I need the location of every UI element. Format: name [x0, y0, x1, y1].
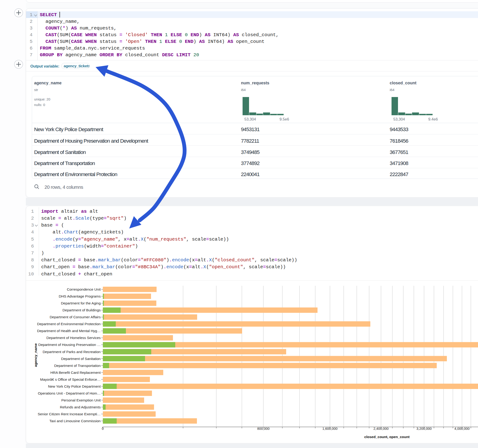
svg-text:Department of Health and Menta: Department of Health and Mental Hyg…: [37, 329, 101, 333]
svg-text:Senior Citizen Rent Increase E: Senior Citizen Rent Increase Exempti…: [38, 412, 101, 416]
svg-text:Mayorâ€ s Office of Special En: Mayorâ€ s Office of Special Enforce…: [40, 378, 101, 381]
svg-text:0: 0: [102, 427, 104, 430]
svg-text:800,000: 800,000: [257, 427, 270, 430]
svg-text:DHS Advantage Programs: DHS Advantage Programs: [59, 294, 101, 298]
svg-text:Department of Consumer Affairs: Department of Consumer Affairs: [50, 315, 101, 319]
svg-text:Department of Housing Preserva: Department of Housing Preservation …: [38, 343, 101, 347]
svg-text:HRA Benefit Card Replacement: HRA Benefit Card Replacement: [50, 371, 101, 374]
svg-text:agency_name: agency_name: [34, 343, 38, 367]
svg-text:Operations Unit - Department o: Operations Unit - Department of Hom…: [38, 391, 101, 395]
svg-text:Department of Sanitation: Department of Sanitation: [61, 357, 101, 361]
svg-text:Department for the Aging: Department for the Aging: [61, 301, 101, 305]
svg-text:Department of Homeless Service: Department of Homeless Services: [46, 336, 101, 340]
svg-text:4,000,000: 4,000,000: [454, 427, 470, 430]
svg-text:Taxi and Limousine Commission: Taxi and Limousine Commission: [49, 419, 101, 423]
svg-text:Personal Exemption Unit: Personal Exemption Unit: [61, 398, 101, 402]
svg-text:3,200,000: 3,200,000: [416, 427, 432, 430]
svg-text:Refunds and Adjustments: Refunds and Adjustments: [60, 405, 101, 409]
svg-text:New York City Police Departmen: New York City Police Department: [48, 384, 101, 388]
svg-text:Department of Transportation: Department of Transportation: [54, 364, 101, 367]
svg-text:1,600,000: 1,600,000: [322, 427, 338, 430]
svg-text:Department of Parks and Recrea: Department of Parks and Recreation: [43, 350, 101, 354]
svg-text:2,400,000: 2,400,000: [373, 427, 389, 430]
svg-text:Department of Buildings: Department of Buildings: [63, 308, 101, 312]
svg-text:closed_count, open_count: closed_count, open_count: [364, 435, 409, 439]
svg-text:Department of Environmental Pr: Department of Environmental Protection: [37, 322, 101, 326]
svg-text:Correspondence Unit: Correspondence Unit: [67, 287, 101, 291]
